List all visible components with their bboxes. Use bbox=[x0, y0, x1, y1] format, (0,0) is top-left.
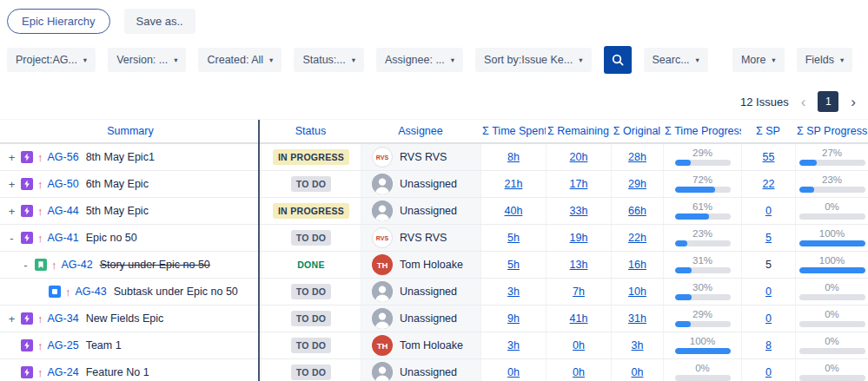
time-spent-link[interactable]: 9h bbox=[507, 312, 520, 325]
issue-key-link[interactable]: AG-24 bbox=[48, 366, 79, 378]
remaining-link[interactable]: 13h bbox=[570, 259, 588, 271]
issue-key-link[interactable]: AG-25 bbox=[48, 339, 79, 351]
story-points[interactable]: 0 bbox=[765, 286, 772, 298]
original-link[interactable]: 3h bbox=[632, 339, 644, 351]
epic-icon bbox=[21, 232, 33, 244]
story-points[interactable]: 0 bbox=[765, 312, 772, 325]
fields-label: Fields bbox=[805, 54, 834, 66]
pagination-current-page[interactable]: 1 bbox=[818, 91, 838, 112]
column-header-status[interactable]: Status bbox=[261, 120, 361, 142]
unassigned-avatar bbox=[372, 200, 393, 221]
subtask-icon bbox=[49, 286, 61, 298]
time-progress-bar bbox=[675, 187, 731, 193]
filter-chip-1[interactable]: Version: ...▾ bbox=[108, 48, 186, 72]
time-spent-link[interactable]: 40h bbox=[505, 205, 523, 217]
remaining-link[interactable]: 20h bbox=[570, 151, 588, 163]
column-header-summary[interactable]: Summary bbox=[0, 120, 261, 142]
epic-hierarchy-button[interactable]: Epic Hierarchy bbox=[7, 9, 110, 34]
column-resizer[interactable] bbox=[258, 120, 260, 381]
story-points[interactable]: 5 bbox=[765, 232, 772, 244]
time-spent-link[interactable]: 5h bbox=[507, 259, 520, 271]
expand-icon[interactable]: + bbox=[7, 178, 17, 191]
filter-chip-5[interactable]: Sort by:Issue Ke...▾ bbox=[475, 48, 591, 72]
status-badge: IN PROGRESS bbox=[273, 203, 349, 219]
story-points[interactable]: 0 bbox=[765, 366, 772, 378]
expand-icon[interactable]: + bbox=[7, 205, 17, 218]
original-link[interactable]: 66h bbox=[628, 205, 646, 217]
avatar: RVS bbox=[372, 147, 393, 168]
time-spent-link[interactable]: 3h bbox=[507, 286, 520, 298]
original-link[interactable]: 28h bbox=[628, 151, 646, 163]
issue-key-link[interactable]: AG-34 bbox=[48, 312, 79, 325]
time-spent-link[interactable]: 8h bbox=[507, 151, 520, 163]
column-header-time-spent[interactable]: Σ Time Spent bbox=[480, 120, 546, 142]
expand-icon[interactable]: + bbox=[7, 312, 17, 325]
sp-progress-indicator: 0% bbox=[796, 310, 868, 328]
column-header-assignee[interactable]: Assignee bbox=[361, 120, 480, 142]
remaining-link[interactable]: 41h bbox=[570, 312, 588, 325]
priority-up-icon: ↑ bbox=[37, 366, 43, 379]
save-as-button[interactable]: Save as.. bbox=[124, 9, 195, 34]
collapse-icon[interactable]: - bbox=[7, 232, 17, 245]
chevron-right-icon[interactable]: › bbox=[849, 95, 858, 109]
remaining-link[interactable]: 0h bbox=[573, 366, 585, 378]
remaining-link[interactable]: 0h bbox=[573, 339, 585, 351]
time-spent-link[interactable]: 3h bbox=[507, 339, 520, 351]
issue-summary: Subtask under Epic no 50 bbox=[114, 286, 238, 298]
column-header-remaining[interactable]: Σ Remaining bbox=[546, 120, 611, 142]
fields-chip[interactable]: Fields ▾ bbox=[797, 48, 853, 72]
issue-key-link[interactable]: AG-44 bbox=[48, 205, 79, 217]
status-badge: TO DO bbox=[291, 230, 332, 246]
story-points[interactable]: 8 bbox=[765, 339, 772, 351]
story-points[interactable]: 22 bbox=[763, 178, 775, 190]
chevron-down-icon: ▾ bbox=[352, 56, 355, 64]
issue-key-link[interactable]: AG-56 bbox=[48, 151, 79, 163]
epic-icon bbox=[21, 151, 33, 163]
expand-icon[interactable]: + bbox=[7, 151, 17, 164]
column-header-sp[interactable]: Σ SP bbox=[741, 120, 795, 142]
search-filter-chip[interactable]: Searc... ▾ bbox=[644, 48, 708, 72]
priority-up-icon: ↑ bbox=[37, 178, 43, 191]
filter-chip-4[interactable]: Assignee: ...▾ bbox=[376, 48, 463, 72]
table-row: ↑AG-24Feature No 1TO DOUnassigned0h0h0h0… bbox=[0, 359, 868, 381]
time-progress-label: 72% bbox=[692, 175, 712, 186]
chevron-left-icon[interactable]: ‹ bbox=[799, 95, 808, 109]
original-link[interactable]: 0h bbox=[632, 366, 644, 378]
more-filters-chip[interactable]: More ▾ bbox=[732, 48, 785, 72]
filter-chip-0[interactable]: Project:AG...▾ bbox=[7, 48, 96, 72]
column-header-sp-progress[interactable]: Σ SP Progress bbox=[795, 120, 868, 142]
column-header-time-progress[interactable]: Σ Time Progress bbox=[663, 120, 741, 142]
issue-key-link[interactable]: AG-42 bbox=[62, 259, 93, 271]
unassigned-avatar bbox=[372, 281, 393, 302]
remaining-link[interactable]: 17h bbox=[570, 178, 588, 190]
time-spent-link[interactable]: 5h bbox=[507, 232, 520, 244]
issue-key-link[interactable]: AG-43 bbox=[76, 286, 107, 298]
time-spent-link[interactable]: 21h bbox=[505, 178, 523, 190]
remaining-link[interactable]: 19h bbox=[570, 232, 588, 244]
issue-key-link[interactable]: AG-41 bbox=[48, 232, 79, 244]
original-link[interactable]: 29h bbox=[628, 178, 646, 190]
issue-key-link[interactable]: AG-50 bbox=[48, 178, 79, 190]
avatar: TH bbox=[372, 254, 393, 275]
sp-progress-bar bbox=[799, 187, 865, 193]
sp-progress-label: 0% bbox=[825, 310, 839, 320]
story-points[interactable]: 0 bbox=[765, 205, 772, 217]
filter-chip-3[interactable]: Status:...▾ bbox=[294, 48, 364, 72]
time-progress-label: 23% bbox=[692, 229, 712, 240]
collapse-icon[interactable]: - bbox=[21, 259, 30, 272]
table-row: ↑AG-43Subtask under Epic no 50TO DOUnass… bbox=[0, 279, 868, 305]
column-header-original[interactable]: Σ Original bbox=[611, 120, 663, 142]
original-link[interactable]: 10h bbox=[628, 286, 646, 298]
assignee-name: RVS RVS bbox=[400, 232, 447, 244]
original-link[interactable]: 31h bbox=[628, 312, 646, 325]
time-spent-link[interactable]: 0h bbox=[507, 366, 520, 378]
original-link[interactable]: 16h bbox=[628, 259, 646, 271]
original-link[interactable]: 22h bbox=[628, 232, 646, 244]
filter-chip-2[interactable]: Created: All▾ bbox=[198, 48, 282, 72]
search-button[interactable] bbox=[604, 46, 632, 74]
time-progress-label: 0% bbox=[695, 364, 710, 374]
story-points[interactable]: 55 bbox=[763, 151, 775, 163]
remaining-link[interactable]: 33h bbox=[570, 205, 588, 217]
remaining-link[interactable]: 7h bbox=[573, 286, 585, 298]
search-filter-label: Searc... bbox=[653, 54, 690, 66]
